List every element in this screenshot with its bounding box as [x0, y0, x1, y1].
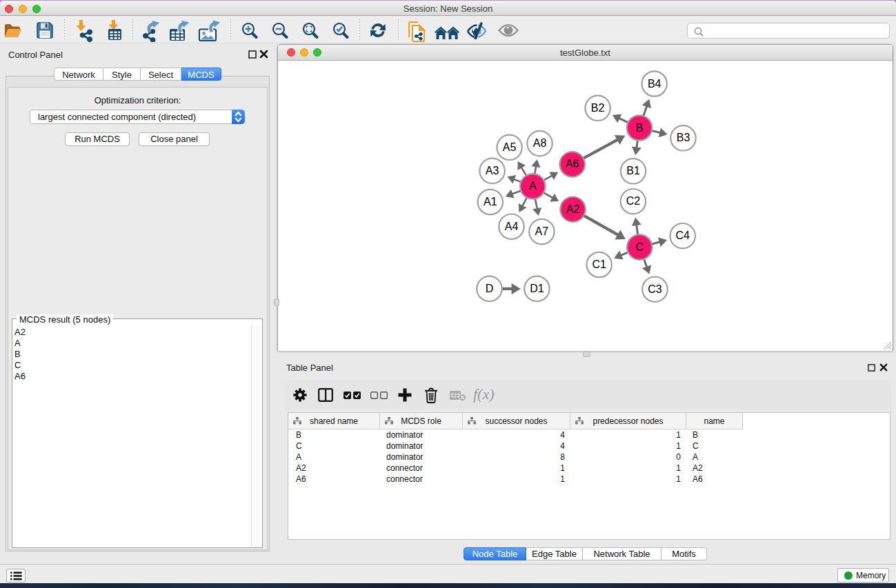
svg-text:A6: A6 — [566, 158, 579, 170]
svg-text:C: C — [636, 241, 644, 253]
svg-text:A8: A8 — [533, 137, 547, 149]
svg-text:A5: A5 — [503, 141, 517, 153]
svg-text:A1: A1 — [484, 196, 497, 207]
svg-text:C4: C4 — [675, 230, 690, 241]
svg-text:B3: B3 — [677, 132, 690, 143]
svg-text:A: A — [529, 180, 537, 192]
svg-text:B2: B2 — [591, 102, 605, 114]
svg-text:A3: A3 — [486, 165, 499, 176]
svg-text:A7: A7 — [535, 225, 549, 237]
svg-text:B: B — [636, 122, 644, 134]
svg-text:C3: C3 — [648, 283, 662, 295]
svg-text:A2: A2 — [566, 203, 580, 215]
svg-text:A4: A4 — [505, 221, 519, 232]
svg-text:B1: B1 — [626, 165, 640, 176]
svg-text:B4: B4 — [648, 78, 661, 90]
svg-text:D: D — [486, 283, 494, 294]
svg-text:C2: C2 — [626, 195, 641, 207]
svg-text:C1: C1 — [592, 258, 606, 270]
svg-text:D1: D1 — [530, 283, 544, 294]
